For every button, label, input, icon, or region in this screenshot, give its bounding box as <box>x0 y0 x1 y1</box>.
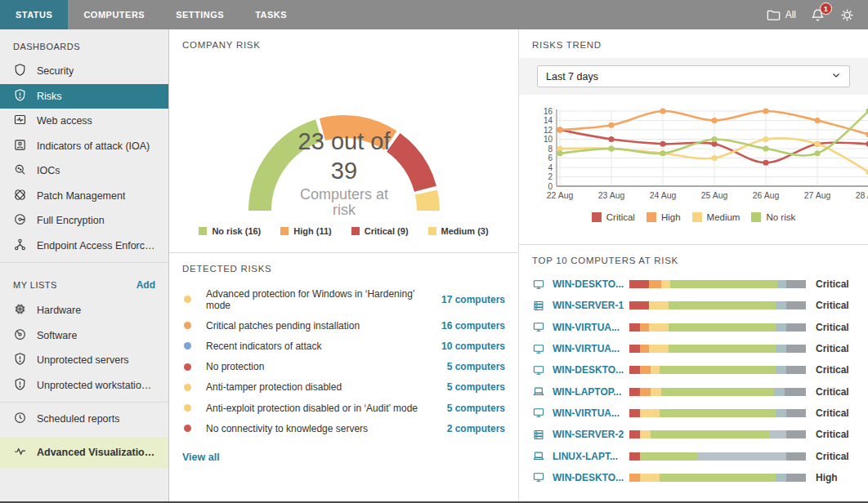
risk-count-link[interactable]: 5 computers <box>447 381 505 393</box>
sidebar: DASHBOARDS Security Risks Web access Ind… <box>0 29 169 501</box>
risk-distribution-bar <box>629 409 806 417</box>
notifications-button[interactable]: 1 <box>810 7 825 23</box>
computer-row: WIN-DESKTO...Critical <box>532 359 855 381</box>
risk-count-link[interactable]: 10 computers <box>441 341 505 352</box>
shield-icon <box>13 63 27 79</box>
detected-risk-row: No connectivity to knowledge servers2 co… <box>182 418 505 438</box>
tab-computers[interactable]: COMPUTERS <box>68 0 160 29</box>
view-all-link[interactable]: View all <box>182 452 505 463</box>
sidebar-item-risks[interactable]: Risks <box>0 84 168 109</box>
gauge-segment-critical <box>393 142 425 189</box>
risk-label: Anti-exploit protection disabled or in ‘… <box>206 403 447 414</box>
risk-level-label: Critical <box>816 386 855 398</box>
sidebar-item-hardware[interactable]: Hardware <box>0 298 168 323</box>
risk-severity-dot-icon <box>184 342 191 349</box>
svg-text:0: 0 <box>548 182 553 191</box>
computer-name-link[interactable]: WIN-VIRTUA... <box>553 343 624 354</box>
legend-label: Medium <box>707 212 740 222</box>
tab-status[interactable]: STATUS <box>0 0 68 29</box>
bar-segment-gray <box>786 474 806 482</box>
computer-name-link[interactable]: LINUX-LAPT... <box>553 451 624 462</box>
risk-distribution-bar <box>629 345 806 353</box>
computer-name-link[interactable]: WIN-VIRTUA... <box>553 322 624 333</box>
detected-risk-row: No protection5 computers <box>182 357 505 377</box>
add-list-link[interactable]: Add <box>136 279 155 291</box>
risk-distribution-bar <box>629 388 806 396</box>
sidebar-item-scheduled-reports[interactable]: Scheduled reports <box>0 407 168 432</box>
computer-name-link[interactable]: WIN-SERVER-2 <box>553 429 624 440</box>
sidebar-item-web-access[interactable]: Web access <box>0 109 168 134</box>
risk-severity-dot-icon <box>184 384 191 391</box>
top-computers-panel: TOP 10 COMPUTERS AT RISK WIN-DESKTO...Cr… <box>519 245 868 501</box>
svg-text:14: 14 <box>544 116 553 125</box>
risk-count-link[interactable]: 17 computers <box>441 294 505 305</box>
sidebar-item-advanced-visualization[interactable]: Advanced Visualization T... <box>0 437 168 468</box>
risk-level-label: Critical <box>816 429 855 440</box>
bar-segment-bluegray <box>776 474 786 482</box>
computer-name-link[interactable]: WIN-SERVER-1 <box>553 300 624 311</box>
computer-row: WIN-VIRTUA...Critical <box>532 338 855 359</box>
legend-swatch <box>647 212 656 222</box>
tab-settings[interactable]: SETTINGS <box>160 0 239 29</box>
risk-level-label: Critical <box>816 322 855 333</box>
computer-name-link[interactable]: WIN-DESKTO... <box>553 364 624 376</box>
attacker-icon <box>13 138 27 154</box>
bar-segment-red <box>629 452 640 461</box>
sidebar-item-iocs[interactable]: IOCs <box>0 158 168 184</box>
notification-badge: 1 <box>820 2 832 15</box>
bar-segment-green <box>660 366 776 374</box>
company-risk-title: COMPANY RISK <box>182 40 505 50</box>
risk-severity-dot-icon <box>184 322 191 329</box>
legend-item: Critical <box>592 212 635 222</box>
risk-level-label: Critical <box>816 278 855 290</box>
svg-text:28 Aug: 28 Aug <box>856 190 868 200</box>
svg-text:16: 16 <box>544 107 553 116</box>
svg-text:2: 2 <box>548 172 553 181</box>
risk-count-link[interactable]: 2 computers <box>447 423 505 434</box>
sidebar-item-ioa[interactable]: Indicators of attack (IOA) <box>0 134 168 159</box>
tab-tasks[interactable]: TASKS <box>239 0 302 29</box>
desktop-icon <box>532 471 546 483</box>
settings-gear-button[interactable] <box>839 7 855 23</box>
legend-item: No risk (16) <box>199 226 261 236</box>
clock-icon <box>13 411 27 427</box>
bar-segment-yellow <box>649 301 669 309</box>
risk-count-link[interactable]: 5 computers <box>447 403 505 414</box>
sidebar-divider <box>0 262 168 263</box>
bar-segment-bluegray <box>776 345 786 353</box>
company-risk-gauge: 23 out of 39 Computers at risk <box>182 50 506 221</box>
legend-label: Critical <box>606 212 635 222</box>
bar-segment-bluegray <box>776 301 786 309</box>
detected-risk-row: Anti-tamper protection disabled5 compute… <box>182 377 505 398</box>
bar-segment-yellow <box>649 323 669 332</box>
risks-trend-panel: RISKS TREND Last 7 days 024681012141622 … <box>519 29 868 245</box>
risk-distribution-bar <box>629 474 806 482</box>
risk-distribution-bar <box>629 366 806 374</box>
sidebar-item-security[interactable]: Security <box>0 59 168 84</box>
date-range-select[interactable]: Last 7 days <box>537 65 850 87</box>
sidebar-item-endpoint-access[interactable]: Endpoint Access Enforcement <box>0 234 168 259</box>
sidebar-item-full-encryption[interactable]: Full Encryption <box>0 208 168 234</box>
computer-row: LINUX-LAPT...Critical <box>532 445 855 466</box>
risk-label: No connectivity to knowledge servers <box>206 423 447 434</box>
disc-icon <box>13 327 27 344</box>
sidebar-item-unprotected-servers[interactable]: Unprotected servers <box>0 348 168 373</box>
risk-count-link[interactable]: 16 computers <box>441 320 505 332</box>
detected-risk-row: Critical patches pending installation16 … <box>182 315 505 336</box>
computer-name-link[interactable]: WIN-DESKTO... <box>553 472 624 483</box>
computer-name-link[interactable]: WIN-LAPTOP... <box>553 386 624 398</box>
computer-row: WIN-VIRTUA...Critical <box>532 317 855 338</box>
bar-segment-orange <box>640 323 649 332</box>
sidebar-item-patch-management[interactable]: Patch Management <box>0 184 168 209</box>
sidebar-item-unprotected-workstations[interactable]: Unprotected workstations... <box>0 373 168 398</box>
computer-name-link[interactable]: WIN-VIRTUA... <box>553 407 624 419</box>
computer-name-link[interactable]: WIN-DESKTO... <box>553 278 624 290</box>
svg-text:23 Aug: 23 Aug <box>598 190 625 200</box>
risk-distribution-bar <box>629 323 806 332</box>
company-risk-panel: COMPANY RISK 23 out of 39 Computers at r… <box>169 29 518 253</box>
group-filter-button[interactable]: All <box>766 7 796 23</box>
bar-segment-bluegray <box>774 388 785 396</box>
risk-count-link[interactable]: 5 computers <box>447 361 505 372</box>
sidebar-item-software[interactable]: Software <box>0 323 168 349</box>
legend-label: High <box>661 212 681 222</box>
